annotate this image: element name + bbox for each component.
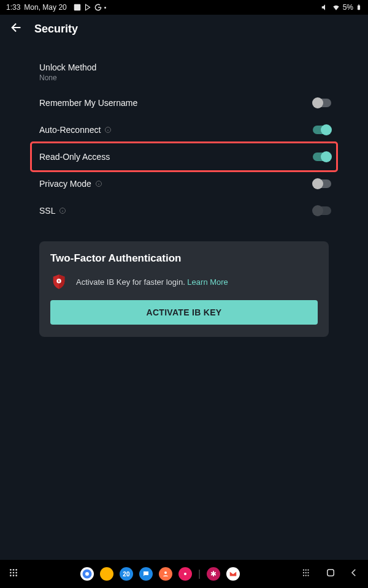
svg-point-13 — [10, 575, 12, 576]
row-label: Auto-Reconnect — [39, 125, 112, 135]
gmail-icon[interactable] — [226, 567, 240, 581]
svg-point-18 — [164, 571, 167, 574]
mute-icon — [321, 3, 329, 12]
info-icon[interactable] — [59, 207, 66, 214]
row-label: Privacy Mode — [39, 179, 102, 189]
row-label: SSL — [39, 206, 66, 216]
shield-icon — [50, 273, 67, 290]
svg-rect-1 — [358, 6, 360, 10]
dock-apps: 20 | ✱ — [80, 567, 240, 581]
svg-point-8 — [13, 569, 15, 571]
card-desc-text: Activate IB Key for faster login. Learn … — [76, 277, 228, 287]
toggle-privacy-mode[interactable] — [313, 179, 331, 188]
info-icon[interactable] — [95, 180, 102, 187]
asterisk-app-icon[interactable]: ✱ — [207, 567, 220, 581]
toggle-ssl — [313, 206, 331, 215]
google-g-icon — [94, 3, 102, 12]
contacts-icon[interactable] — [159, 567, 172, 581]
wifi-icon — [332, 3, 340, 12]
toggle-read-only[interactable] — [313, 153, 331, 161]
svg-rect-2 — [358, 4, 359, 5]
info-icon[interactable] — [104, 126, 112, 134]
messages-icon[interactable] — [139, 567, 153, 581]
image-icon — [73, 3, 82, 12]
row-auto-reconnect[interactable]: Auto-Reconnect — [0, 116, 368, 143]
learn-more-link[interactable]: Learn More — [187, 277, 228, 287]
home-button[interactable] — [325, 567, 336, 581]
activate-ib-key-button[interactable]: ACTIVATE IB KEY — [50, 300, 318, 325]
app-drawer-button[interactable] — [9, 568, 18, 580]
svg-point-7 — [10, 569, 12, 571]
svg-rect-0 — [74, 4, 80, 11]
calendar-icon[interactable]: 20 — [120, 567, 133, 581]
arrow-left-icon — [10, 21, 23, 34]
svg-point-14 — [13, 575, 15, 576]
row-unlock-method[interactable]: Unlock Method None — [0, 55, 368, 89]
row-remember-username[interactable]: Remember My Username — [0, 89, 368, 116]
row-label: Remember My Username — [39, 98, 137, 108]
card-desc-row: Activate IB Key for faster login. Learn … — [50, 273, 318, 290]
svg-point-12 — [15, 572, 17, 574]
two-factor-card: Two-Factor Authentication Activate IB Ke… — [39, 241, 329, 337]
card-title: Two-Factor Authentication — [50, 252, 318, 265]
chrome-icon[interactable] — [80, 567, 94, 581]
recent-apps-button[interactable] — [302, 567, 313, 581]
svg-point-10 — [10, 572, 12, 574]
status-left: 1:33 Mon, May 20 — [6, 3, 106, 12]
page-title: Security — [34, 23, 78, 36]
status-bar: 1:33 Mon, May 20 5% — [0, 0, 368, 15]
row-privacy-mode[interactable]: Privacy Mode — [0, 170, 368, 197]
app-header: Security — [0, 15, 368, 43]
toggle-auto-reconnect[interactable] — [313, 126, 331, 134]
row-label: Read-Only Access — [39, 152, 110, 162]
system-nav-buttons — [302, 567, 359, 581]
system-nav-bar: 20 | ✱ — [0, 560, 368, 588]
status-time: 1:33 — [6, 3, 20, 12]
row-read-only-access[interactable]: Read-Only Access — [32, 143, 336, 170]
row-ssl[interactable]: SSL — [0, 197, 368, 224]
svg-point-9 — [15, 569, 17, 571]
dot-icon — [104, 7, 106, 9]
battery-text: 5% — [343, 3, 353, 12]
svg-point-11 — [13, 572, 15, 574]
back-nav-button[interactable] — [348, 567, 359, 581]
status-notif-icons — [73, 3, 106, 12]
svg-point-17 — [85, 572, 89, 576]
battery-icon — [356, 3, 362, 12]
settings-list: Unlock Method None Remember My Username … — [0, 43, 368, 337]
row-label: Unlock Method — [39, 62, 96, 72]
camera-icon[interactable] — [178, 567, 192, 581]
back-button[interactable] — [10, 21, 23, 37]
svg-point-15 — [15, 575, 17, 576]
divider-icon: | — [198, 568, 201, 579]
toggle-remember-username[interactable] — [313, 99, 331, 107]
svg-rect-20 — [328, 570, 334, 576]
files-icon[interactable] — [100, 567, 113, 581]
status-date: Mon, May 20 — [24, 3, 66, 12]
svg-point-19 — [184, 573, 186, 575]
row-sublabel: None — [39, 74, 96, 82]
status-right: 5% — [321, 3, 362, 12]
play-triangle-icon — [83, 3, 92, 12]
